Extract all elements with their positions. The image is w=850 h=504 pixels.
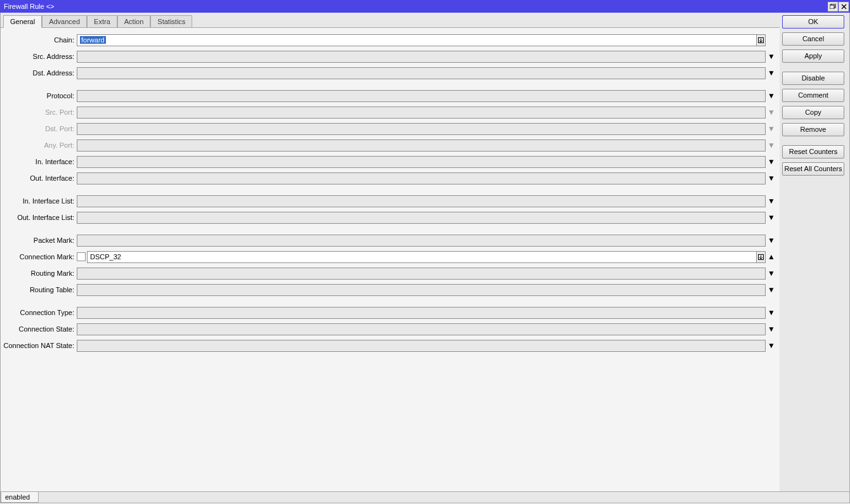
label-connectionNatState: Connection NAT State: — [1, 342, 77, 349]
invert-checkbox-connectionMark[interactable] — [77, 252, 86, 261]
comment-button[interactable]: Comment — [782, 89, 844, 102]
label-routingMark: Routing Mark: — [1, 269, 77, 277]
label-dstPort: Dst. Port: — [1, 125, 77, 132]
apply-button[interactable]: Apply — [782, 49, 844, 63]
expand-toggle-connectionNatState[interactable]: ▼ — [766, 340, 776, 352]
expand-toggle-inInterface[interactable]: ▼ — [766, 156, 776, 168]
row-connectionMark: Connection Mark:DSCP_32▲ — [1, 249, 780, 265]
tab-general-page: Chain:forwardSrc. Address:▼Dst. Address:… — [1, 28, 780, 491]
label-srcAddress: Src. Address: — [1, 53, 77, 60]
expand-toggle-routingMark[interactable]: ▼ — [766, 268, 776, 280]
reset-all-counters-button[interactable]: Reset All Counters — [782, 162, 844, 176]
field-connectionMark[interactable]: DSCP_32 — [87, 251, 757, 263]
close-window-button[interactable] — [839, 2, 849, 11]
label-chain: Chain: — [1, 36, 77, 44]
disable-button[interactable]: Disable — [782, 72, 844, 85]
dropdown-button-chain[interactable] — [757, 34, 766, 46]
expand-toggle-outInterface[interactable]: ▼ — [766, 172, 776, 184]
row-chain: Chain:forward — [1, 32, 780, 48]
expand-toggle-connectionState[interactable]: ▼ — [766, 323, 776, 335]
field-connectionType[interactable] — [77, 307, 766, 319]
restore-window-button[interactable] — [828, 2, 838, 11]
field-routingMark[interactable] — [77, 268, 766, 280]
titlebar: Firewall Rule <> — [0, 0, 850, 13]
row-anyPort: Any. Port:▼ — [1, 137, 780, 153]
row-connectionState: Connection State:▼ — [1, 321, 780, 337]
expand-toggle-anyPort: ▼ — [766, 139, 776, 152]
field-dstPort[interactable] — [77, 123, 766, 135]
field-srcPort[interactable] — [77, 107, 766, 119]
expand-toggle-protocol[interactable]: ▼ — [766, 90, 776, 102]
label-protocol: Protocol: — [1, 92, 77, 100]
window-title: Firewall Rule <> — [4, 3, 54, 10]
expand-toggle-dstAddress[interactable]: ▼ — [766, 67, 776, 79]
expand-toggle-chain[interactable] — [766, 34, 776, 46]
expand-toggle-connectionMark[interactable]: ▲ — [766, 251, 776, 263]
row-outInterface: Out. Interface:▼ — [1, 170, 780, 186]
svg-rect-1 — [830, 5, 834, 9]
reset-counters-button[interactable]: Reset Counters — [782, 145, 844, 158]
expand-toggle-outInterfaceList[interactable]: ▼ — [766, 212, 776, 224]
label-outInterface: Out. Interface: — [1, 174, 77, 182]
row-routingMark: Routing Mark:▼ — [1, 265, 780, 281]
field-anyPort[interactable] — [77, 139, 766, 152]
tab-extra[interactable]: Extra — [87, 15, 117, 28]
row-routingTable: Routing Table:▼ — [1, 281, 780, 298]
field-chain[interactable]: forward — [77, 34, 757, 46]
tab-strip: GeneralAdvancedExtraActionStatistics — [1, 13, 780, 28]
field-outInterfaceList[interactable] — [77, 212, 766, 224]
row-connectionType: Connection Type:▼ — [1, 304, 780, 321]
expand-toggle-routingTable[interactable]: ▼ — [766, 284, 776, 296]
cancel-button[interactable]: Cancel — [782, 32, 844, 46]
expand-toggle-inInterfaceList[interactable]: ▼ — [766, 195, 776, 207]
row-inInterfaceList: In. Interface List:▼ — [1, 193, 780, 209]
row-srcPort: Src. Port:▼ — [1, 104, 780, 120]
label-outInterfaceList: Out. Interface List: — [1, 214, 77, 221]
ok-button[interactable]: OK — [782, 15, 844, 29]
field-packetMark[interactable] — [77, 235, 766, 247]
row-srcAddress: Src. Address:▼ — [1, 48, 780, 65]
label-connectionType: Connection Type: — [1, 309, 77, 316]
remove-button[interactable]: Remove — [782, 123, 844, 136]
expand-toggle-connectionType[interactable]: ▼ — [766, 307, 776, 319]
status-text: enabled — [1, 492, 39, 503]
label-inInterface: In. Interface: — [1, 158, 77, 165]
expand-toggle-srcPort: ▼ — [766, 107, 776, 119]
dropdown-button-connectionMark[interactable] — [757, 251, 766, 263]
tab-statistics[interactable]: Statistics — [150, 15, 192, 28]
row-outInterfaceList: Out. Interface List:▼ — [1, 209, 780, 226]
field-inInterfaceList[interactable] — [77, 195, 766, 207]
button-panel: OK Cancel Apply Disable Comment Copy Rem… — [780, 13, 849, 491]
row-inInterface: In. Interface:▼ — [1, 153, 780, 170]
copy-button[interactable]: Copy — [782, 106, 844, 119]
row-packetMark: Packet Mark:▼ — [1, 232, 780, 249]
status-bar: enabled — [1, 491, 849, 503]
label-srcPort: Src. Port: — [1, 108, 77, 116]
label-dstAddress: Dst. Address: — [1, 69, 77, 77]
expand-toggle-packetMark[interactable]: ▼ — [766, 235, 776, 247]
row-dstPort: Dst. Port:▼ — [1, 120, 780, 137]
row-connectionNatState: Connection NAT State:▼ — [1, 337, 780, 354]
label-anyPort: Any. Port: — [1, 141, 77, 149]
label-routingTable: Routing Table: — [1, 286, 77, 294]
expand-toggle-srcAddress[interactable]: ▼ — [766, 51, 776, 63]
tab-action[interactable]: Action — [117, 15, 151, 28]
field-dstAddress[interactable] — [77, 67, 766, 79]
field-connectionState[interactable] — [77, 323, 766, 335]
label-inInterfaceList: In. Interface List: — [1, 197, 77, 205]
row-dstAddress: Dst. Address:▼ — [1, 65, 780, 81]
field-protocol[interactable] — [77, 90, 766, 102]
field-srcAddress[interactable] — [77, 51, 766, 63]
field-connectionNatState[interactable] — [77, 340, 766, 352]
label-packetMark: Packet Mark: — [1, 236, 77, 244]
expand-toggle-dstPort: ▼ — [766, 123, 776, 135]
tab-advanced[interactable]: Advanced — [42, 15, 87, 28]
label-connectionState: Connection State: — [1, 325, 77, 333]
field-inInterface[interactable] — [77, 156, 766, 168]
field-outInterface[interactable] — [77, 172, 766, 184]
row-protocol: Protocol:▼ — [1, 87, 780, 104]
tab-general[interactable]: General — [3, 15, 42, 28]
label-connectionMark: Connection Mark: — [1, 253, 77, 261]
field-routingTable[interactable] — [77, 284, 766, 296]
